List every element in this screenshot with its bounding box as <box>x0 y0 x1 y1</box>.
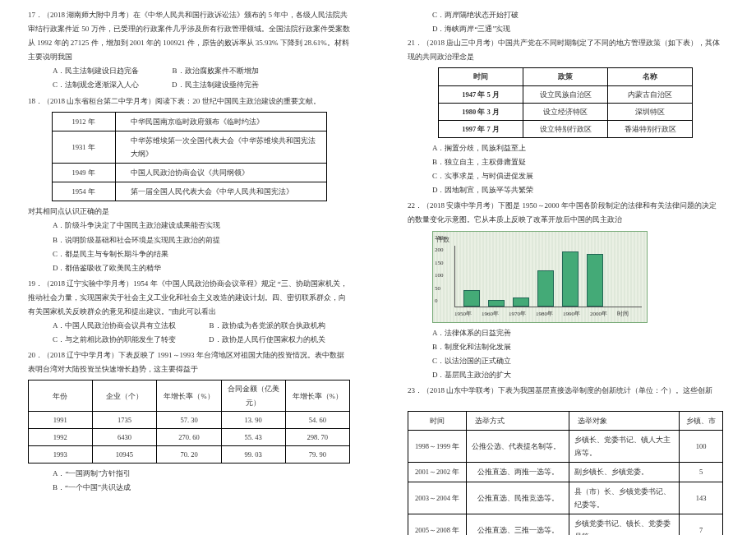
chart-xaxis: 1950年 1960年 1970年 1980年 1990年 2000年 时间 <box>433 307 647 321</box>
table-row: 年份 企业（个） 年增长率（%） 合同金额（亿美元） 年增长率（%） <box>29 380 350 411</box>
table-row: 2001～2002 年公推直选、两推一选等。副乡镇长、乡镇党委。5 <box>408 463 723 482</box>
q22-stem: 22．（2018 安康中学月考）下图是 1950～2000 年中国各阶段制定的法… <box>408 199 723 227</box>
q17-opt-c: C．法制观念逐渐深入人心 <box>53 78 139 92</box>
q20-stem: 20．（2018 辽宁中学月考）下表反映了 1991～1993 年台湾地区对祖国… <box>28 348 350 376</box>
q20-table: 年份 企业（个） 年增长率（%） 合同金额（亿美元） 年增长率（%） 19911… <box>28 380 350 464</box>
table-row: 1997 年 7 月设立特别行政区香港特别行政区 <box>439 120 693 137</box>
table-row: 1931 年中华苏维埃第一次全国代表大会《中华苏维埃共和国宪法大纲》 <box>52 131 326 163</box>
table-row: 19926430270. 6055. 43298. 70 <box>29 428 350 445</box>
left-column: 17．（2018 湖南师大附中月考）在《中华人民共和国行政诉讼法》颁布的 5 年… <box>0 0 378 535</box>
q20-opt-a: A．“一国两制”方针指引 <box>28 467 350 481</box>
table-row: 1947 年 5 月设立民族自治区内蒙古自治区 <box>439 85 693 103</box>
q21-stem: 21．（2018 唐山三中月考）中国共产党在不同时期制定了不同的地方管理政策（如… <box>408 36 723 64</box>
table-row: 1912 年中华民国南京临时政府颁布《临时约法》 <box>52 112 326 131</box>
chart-plot-area <box>454 246 642 308</box>
table-row: 1954 年第一届全国人民代表大会《中华人民共和国宪法》 <box>52 182 326 201</box>
right-column: C．两岸隔绝状态开始打破 D．海峡两岸“三通”实现 21．（2018 唐山三中月… <box>378 0 756 535</box>
chart-bar <box>488 300 505 307</box>
table-row: 1991173557. 3013. 9054. 60 <box>29 411 350 428</box>
q18-opt-d: D．都借鉴吸收了欧美民主的精华 <box>28 261 350 275</box>
q21-table: 时间政策名称 1947 年 5 月设立民族自治区内蒙古自治区 1980 年 3 … <box>438 67 693 138</box>
table-row: 19931094570. 2099. 0379. 90 <box>29 446 350 464</box>
table-row: 时间政策名称 <box>439 68 693 85</box>
q19-opt-b: B．政协成为各党派的联合执政机构 <box>210 319 325 333</box>
table-row: 2005～2008 年公推直选、三推一选等。乡镇党委书记、镇长、党委委员等。7 <box>408 514 723 535</box>
chart-ylabel: 件数 <box>433 232 647 246</box>
q23-table: 时间 选举方式 选举对象 乡镇、市 1998～1999 年公推公选、代表提名制等… <box>408 411 723 535</box>
exam-page: 17．（2018 湖南师大附中月考）在《中华人民共和国行政诉讼法》颁布的 5 年… <box>0 0 756 535</box>
q22-opt-b: B．制度化和法制化发展 <box>408 340 723 354</box>
q22-opt-d: D．基层民主政治的扩大 <box>408 368 723 382</box>
table-row: 1949 年中国人民政治协商会议《共同纲领》 <box>52 164 326 182</box>
q21-opt-b: B．独立自主，主权毋庸置疑 <box>408 155 723 169</box>
q19-opt-c: C．与之前相比政协的职能发生了转变 <box>53 333 176 347</box>
question-23: 23．（2018 山东中学联考）下表为我国基层直接选举制度的创新统计（单位：个）… <box>408 384 723 535</box>
question-17: 17．（2018 湖南师大附中月考）在《中华人民共和国行政诉讼法》颁布的 5 年… <box>28 8 350 93</box>
q17-opt-a: A．民主法制建设日趋完备 <box>53 64 140 78</box>
q19-opt-d: D．政协是人民行使国家权力的机关 <box>209 333 325 347</box>
q22-opt-a: A．法律体系的日益完善 <box>408 326 723 340</box>
table-row: 1998～1999 年公推公选、代表提名制等。乡镇长、党委书记、镇人大主席等。1… <box>408 431 723 463</box>
q19-opt-a: A．中国人民政治协商会议具有立法权 <box>53 319 177 333</box>
question-18: 18．（2018 山东省桓台第二中学月考）阅读下表：20 世纪中国民主政治建设的… <box>28 95 350 275</box>
table-row: 1980 年 3 月设立经济特区深圳特区 <box>439 103 693 120</box>
q18-stem: 18．（2018 山东省桓台第二中学月考）阅读下表：20 世纪中国民主政治建设的… <box>28 95 350 108</box>
chart-bar <box>562 251 579 307</box>
q17-opt-b: B．政治腐败案件不断增加 <box>173 64 259 78</box>
q20-opt-b: B．“一个中国”共识达成 <box>28 481 350 495</box>
q18-opt-b: B．说明阶级基础和社会环境是实现民主政治的前提 <box>28 233 350 247</box>
q18-table: 1912 年中华民国南京临时政府颁布《临时约法》 1931 年中华苏维埃第一次全… <box>52 112 327 202</box>
q22-opt-c: C．以法治国的正式确立 <box>408 354 723 368</box>
q17-opt-d: D．民主法制建设亟待完善 <box>172 78 259 92</box>
q21-opt-d: D．因地制宜，民族平等共繁荣 <box>408 183 723 197</box>
question-20: 20．（2018 辽宁中学月考）下表反映了 1991～1993 年台湾地区对祖国… <box>28 348 350 495</box>
chart-bar <box>537 270 554 307</box>
q17-stem: 17．（2018 湖南师大附中月考）在《中华人民共和国行政诉讼法》颁布的 5 年… <box>28 8 350 64</box>
table-row: 2003～2004 年公推直选、民推竞选等。县（市）长、乡镇党委书记、纪委等。1… <box>408 482 723 514</box>
q21-opt-a: A．搁置分歧，民族利益至上 <box>408 141 723 155</box>
q22-chart: 件数 250 200 150 100 50 0 1950年 1960年 1970… <box>432 231 648 323</box>
question-19: 19．（2018 辽宁实验中学月考）1954 年《中国人民政治协商会议章程》规定… <box>28 277 350 347</box>
q20-opt-d: D．海峡两岸“三通”实现 <box>408 22 723 36</box>
table-row: 时间 选举方式 选举对象 乡镇、市 <box>408 411 723 430</box>
question-21: 21．（2018 唐山三中月考）中国共产党在不同时期制定了不同的地方管理政策（如… <box>408 36 723 197</box>
chart-bar <box>513 297 529 307</box>
q18-opt-c: C．都是民主与专制长期斗争的结果 <box>28 247 350 261</box>
q23-stem: 23．（2018 山东中学联考）下表为我国基层直接选举制度的创新统计（单位：个）… <box>408 384 723 398</box>
chart-yaxis: 250 200 150 100 50 0 <box>435 235 444 311</box>
question-22: 22．（2018 安康中学月考）下图是 1950～2000 年中国各阶段制定的法… <box>408 199 723 382</box>
q21-opt-c: C．实事求是，与时俱进促发展 <box>408 169 723 183</box>
chart-bar <box>587 254 603 307</box>
q18-opt-a: A．阶级斗争决定了中国民主政治建设成果能否实现 <box>28 219 350 233</box>
q18-tail: 对其相同点认识正确的是 <box>28 205 350 219</box>
q19-stem: 19．（2018 辽宁实验中学月考）1954 年《中国人民政治协商会议章程》规定… <box>28 277 350 319</box>
chart-bar <box>463 290 480 307</box>
q20-opt-c: C．两岸隔绝状态开始打破 <box>408 8 723 22</box>
